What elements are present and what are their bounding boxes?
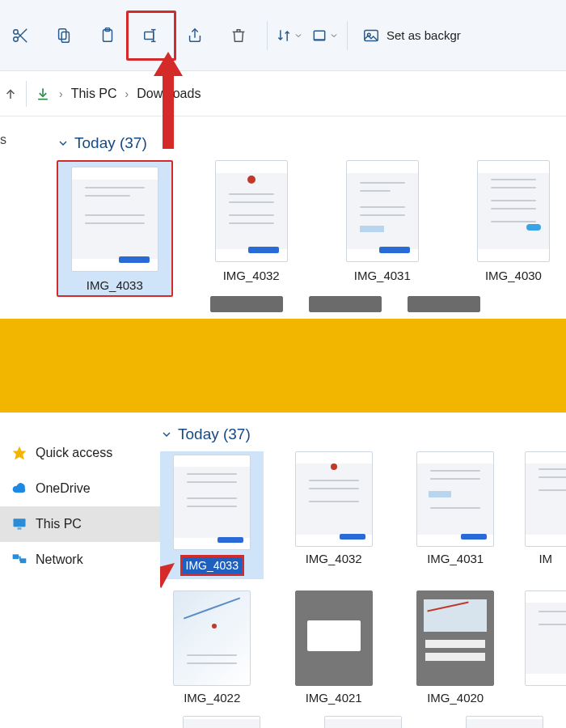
file-item-selected[interactable]: IMG_4033 [57, 160, 173, 297]
view-button[interactable] [311, 28, 339, 44]
file-caption: IMG_4021 [281, 691, 385, 705]
picture-icon [362, 27, 380, 44]
rename-button[interactable] [131, 15, 171, 56]
svg-point-0 [14, 29, 19, 34]
file-caption: IMG_4033 [58, 278, 171, 292]
monitor-icon [11, 516, 27, 532]
file-thumbnail [346, 160, 419, 262]
svg-rect-19 [14, 518, 26, 527]
up-icon[interactable] [3, 87, 18, 101]
file-thumbnail [324, 716, 402, 728]
file-thumbnail [183, 716, 260, 728]
file-thumbnail [466, 716, 543, 728]
network-icon [11, 552, 27, 568]
sidebar-item-network[interactable]: Network [0, 542, 160, 578]
sort-button[interactable] [276, 28, 303, 44]
clipboard-icon [99, 27, 116, 44]
download-icon [35, 86, 51, 102]
file-thumbnail [215, 160, 288, 262]
file-item[interactable]: IMG_4022 [160, 590, 264, 705]
annotation-highlight-box [126, 11, 176, 61]
toolbar-divider [347, 21, 348, 50]
file-item[interactable]: IMG_4032 [199, 160, 304, 297]
chevron-down-icon [57, 137, 70, 150]
sidebar-item-thispc[interactable]: This PC [0, 506, 160, 542]
group-label: Today (37) [178, 425, 251, 443]
file-grid: Today (37) IMG_4033 [160, 413, 566, 728]
file-caption: IMG_4020 [403, 691, 507, 705]
file-thumbnail [525, 590, 566, 686]
file-item[interactable] [525, 590, 566, 705]
copy-icon [55, 27, 73, 44]
file-item[interactable]: IMG_4030 [461, 160, 566, 297]
share-icon [186, 27, 204, 44]
file-item[interactable]: IMG_4031 [330, 160, 435, 297]
share-button[interactable] [175, 15, 215, 56]
svg-rect-20 [18, 527, 22, 530]
delete-button[interactable] [218, 15, 259, 56]
file-panel-top: s Today (37) IMG_4033 IMG_4032 [0, 116, 566, 319]
svg-marker-18 [13, 447, 27, 460]
breadcrumb-bar: › This PC › Downloads [0, 71, 566, 116]
svg-rect-4 [59, 28, 66, 39]
group-header-today[interactable]: Today (37) [160, 425, 566, 443]
copy-button[interactable] [44, 15, 84, 56]
svg-rect-22 [20, 558, 27, 563]
chevron-down-icon [329, 31, 339, 40]
file-caption: IMG_4032 [199, 269, 304, 282]
sort-icon [276, 28, 292, 44]
file-item[interactable]: IMG_4031 [403, 451, 507, 579]
file-item[interactable]: IMG_4032 [281, 451, 385, 579]
breadcrumb-sep: › [59, 87, 63, 100]
file-caption: IMG_4031 [330, 269, 435, 282]
group-label: Today (37) [74, 134, 147, 152]
breadcrumb-thispc[interactable]: This PC [71, 87, 117, 101]
file-thumbnail [173, 590, 251, 686]
chevron-down-icon [160, 428, 173, 441]
svg-line-3 [18, 28, 27, 37]
file-thumbnail [525, 451, 566, 547]
star-icon [11, 445, 27, 461]
chevron-down-icon [294, 31, 303, 40]
file-item[interactable]: IM [525, 451, 566, 579]
trash-icon [230, 27, 247, 44]
breadcrumb-downloads[interactable]: Downloads [137, 87, 201, 101]
separator-band [0, 319, 566, 413]
toolbar-divider [267, 21, 268, 50]
cut-button[interactable] [0, 15, 40, 56]
file-item[interactable]: IMG_4020 [403, 590, 507, 705]
cloud-icon [11, 480, 27, 497]
sidebar-item-onedrive[interactable]: OneDrive [0, 471, 160, 506]
file-panel-bottom: Quick access OneDrive This PC Network To… [0, 413, 566, 728]
svg-rect-21 [13, 554, 19, 559]
sidebar-item-quickaccess[interactable]: Quick access [0, 435, 160, 471]
file-thumbnail [295, 451, 373, 547]
file-caption: IMG_4032 [281, 552, 385, 565]
paste-button[interactable] [87, 15, 128, 56]
sidebar-fragment: s [0, 133, 15, 147]
layout-icon [311, 28, 327, 44]
svg-rect-5 [61, 32, 69, 42]
file-row-partial [210, 296, 480, 319]
svg-point-1 [14, 36, 19, 41]
svg-line-2 [18, 33, 27, 42]
file-item-renaming[interactable]: IMG_4033 [160, 451, 264, 579]
sidebar-label: Quick access [36, 446, 112, 460]
file-thumbnail [173, 455, 251, 550]
set-background-label: Set as backgr [386, 28, 461, 42]
group-header-today[interactable]: Today (37) [57, 134, 566, 152]
file-caption: IMG_4030 [461, 269, 566, 282]
file-thumbnail [71, 167, 158, 272]
file-caption: IM [525, 552, 566, 565]
rename-textbox[interactable]: IMG_4033 [180, 555, 244, 576]
file-thumbnail [416, 590, 494, 686]
breadcrumb-sep: › [125, 87, 129, 100]
set-background-button[interactable]: Set as backgr [362, 27, 461, 44]
file-item[interactable]: IMG_4021 [281, 590, 385, 705]
sidebar-label: Network [36, 552, 83, 567]
nav-sidebar: Quick access OneDrive This PC Network [0, 413, 160, 728]
svg-rect-12 [314, 31, 324, 40]
command-toolbar: Set as backgr [0, 0, 566, 71]
file-thumbnail [477, 160, 550, 262]
file-thumbnail [416, 451, 494, 547]
